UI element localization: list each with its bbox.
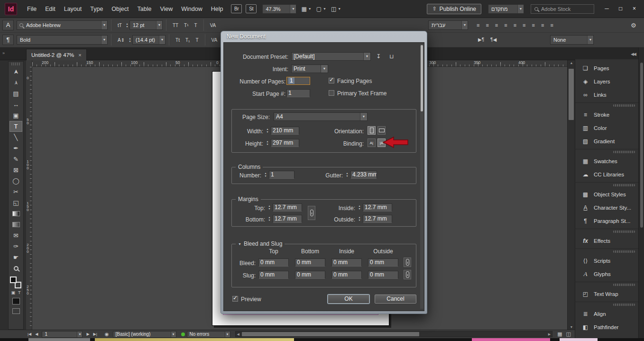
gutter-field[interactable]: 4.233 mm <box>350 171 377 179</box>
bleed-field[interactable]: 0 mm <box>368 258 398 267</box>
vertical-scrollbar[interactable]: ▲ ▼ <box>567 60 575 330</box>
leading-select[interactable]: (14.4 pt) ▼ <box>132 35 166 45</box>
align-right-icon[interactable]: ≡ <box>495 22 498 28</box>
bridge-button[interactable]: Br <box>231 4 242 13</box>
fit-spread-icon[interactable]: ◫ <box>566 331 571 337</box>
document-preset-select[interactable]: [Default] ▼ <box>291 52 371 61</box>
dialog-title[interactable]: New Document <box>221 31 427 42</box>
ellipse-tool[interactable]: ◯ <box>9 175 22 186</box>
page-tool[interactable]: ▤ <box>9 88 22 99</box>
last-page-button[interactable]: ▶| <box>93 332 97 336</box>
first-page-button[interactable]: |◀ <box>28 332 31 336</box>
font-size-stepper[interactable]: ▴ ▾ <box>125 22 129 28</box>
menu-item[interactable]: View <box>156 0 177 18</box>
binding-ltr-button[interactable]: A| <box>368 138 376 147</box>
type-tool[interactable]: T <box>9 121 22 132</box>
leading-stepper[interactable]: ▴ ▾ <box>128 37 132 43</box>
width-field[interactable]: 210 mm <box>271 127 299 135</box>
vertical-ruler[interactable]: 050100150200250 <box>26 67 32 330</box>
preview-checkbox[interactable]: ✓ <box>232 296 238 302</box>
margin-outside-stepper[interactable]: ▴ ▾ <box>357 216 362 221</box>
facing-pages-checkbox[interactable]: ✓ <box>329 78 334 83</box>
character-formatting-icon[interactable]: A <box>2 20 14 30</box>
justify-last-left-icon[interactable]: ≡ <box>504 22 507 28</box>
scroll-down-icon[interactable]: ▼ <box>568 325 575 329</box>
close-button[interactable]: × <box>627 4 641 13</box>
slug-field[interactable]: 0 mm <box>368 271 398 279</box>
formatting-affects-container-icon[interactable]: ▣ <box>11 290 15 295</box>
panel-button-align[interactable]: ≣ Align <box>575 307 638 321</box>
ok-button[interactable]: OK <box>328 295 369 304</box>
link-slug-button[interactable] <box>404 270 411 279</box>
panel-button-pathfinder[interactable]: ◧ Pathfinder <box>575 321 638 334</box>
start-page-field[interactable]: 1 <box>286 89 310 97</box>
number-of-pages-field[interactable]: 1 <box>286 77 310 85</box>
panel-button-character-styles[interactable]: A Character Sty... <box>575 201 638 214</box>
delete-preset-icon[interactable]: ⊔ <box>387 53 396 61</box>
formatting-affects-text-icon[interactable]: T <box>18 290 21 295</box>
close-tab-icon[interactable]: × <box>78 52 81 58</box>
orientation-landscape-button[interactable] <box>377 126 386 135</box>
all-caps-icon[interactable]: TT <box>173 23 178 28</box>
panel-button-object-styles[interactable]: ▩ Object Styles <box>575 188 638 201</box>
bleed-slug-legend[interactable]: ▼ Bleed and Slug <box>236 240 285 247</box>
align-left-icon[interactable]: ≡ <box>477 22 479 28</box>
justify-last-right-icon[interactable]: ≡ <box>523 22 525 28</box>
ruler-origin-box[interactable] <box>26 60 32 67</box>
dialog-scrollbar[interactable] <box>420 44 423 309</box>
margin-inside-stepper[interactable]: ▴ ▾ <box>357 204 362 210</box>
menu-item[interactable]: File <box>23 0 41 18</box>
columns-number-field[interactable]: 1 <box>269 171 294 179</box>
scroll-up-icon[interactable]: ▲ <box>568 61 575 65</box>
direct-selection-tool[interactable]: ➢ <box>10 76 21 89</box>
panel-button-scripts[interactable]: ⟨⟩ Scripts <box>575 254 638 267</box>
adobe-stock-search-input[interactable]: Adobe Stock <box>531 4 594 14</box>
font-size-select[interactable]: 12 pt ▼ <box>129 20 163 30</box>
menu-item[interactable]: Layout <box>60 0 86 18</box>
menu-item[interactable]: Edit <box>41 0 60 18</box>
collapse-panels-icon[interactable]: ◀◀ <box>631 52 635 56</box>
horizontal-scrollbar[interactable]: ◀ ▶ <box>235 331 553 337</box>
font-family-select[interactable]: Adobe Hebrew ▼ <box>17 20 108 30</box>
workspace-switcher[interactable]: מתקדם ▼ <box>488 4 524 14</box>
justify-all-icon[interactable]: ≡ <box>532 22 535 28</box>
fill-stroke-swatches[interactable] <box>9 276 22 289</box>
free-transform-tool[interactable]: ◱ <box>9 197 22 208</box>
horizontal-scrollbar-thumb[interactable] <box>242 332 419 336</box>
margin-bottom-field[interactable]: 12.7 mm <box>273 215 302 223</box>
dock-scrollbar[interactable] <box>638 47 644 338</box>
menu-item[interactable]: Help <box>207 0 228 18</box>
page-size-select[interactable]: A4 ▼ <box>274 112 368 121</box>
document-tab[interactable]: Untitled-2 @ 47% × <box>26 49 87 60</box>
eyedropper-tool[interactable]: ✑ <box>9 241 22 252</box>
stock-shortcut-button[interactable]: St <box>246 4 257 13</box>
font-style-select[interactable]: Bold ▼ <box>17 35 108 45</box>
panel-button-gradient[interactable]: ▧ Gradient <box>575 135 638 148</box>
hand-tool[interactable]: ☛ <box>9 252 22 263</box>
minimize-button[interactable]: ─ <box>600 4 614 13</box>
fit-page-icon[interactable]: ▦ <box>557 331 562 337</box>
panel-button-effects[interactable]: fx Effects <box>575 234 638 248</box>
vertical-scrollbar-thumb[interactable] <box>569 69 574 120</box>
rtl-direction-icon[interactable]: ¶◀ <box>490 37 497 42</box>
link-margins-button[interactable] <box>308 206 315 220</box>
panel-button-paragraph-styles[interactable]: ¶ Paragraph St... <box>575 214 638 228</box>
zoom-tool[interactable] <box>9 263 22 274</box>
subscript-icon[interactable]: T₁ <box>185 37 190 43</box>
next-page-button[interactable]: ▶ <box>86 332 89 336</box>
preflight-icon[interactable]: ◉ <box>105 332 109 337</box>
intent-select[interactable]: Print ▼ <box>291 65 328 73</box>
note-tool[interactable]: ✉ <box>9 230 22 241</box>
maximize-button[interactable]: □ <box>614 4 627 13</box>
pencil-tool[interactable]: ✎ <box>9 154 22 165</box>
bleed-field[interactable]: 0 mm <box>295 258 325 267</box>
height-field[interactable]: 297 mm <box>271 139 299 147</box>
gap-tool[interactable]: ↔ <box>9 99 22 110</box>
object-style-select[interactable]: None ▼ <box>550 35 594 45</box>
slug-field[interactable]: 0 mm <box>295 271 325 279</box>
panel-button-layers[interactable]: ◈ Layers <box>575 75 638 88</box>
superscript-icon[interactable]: T¹ <box>184 23 188 28</box>
panel-button-color[interactable]: ▥ Color <box>575 121 638 135</box>
preview-mode-button[interactable] <box>12 308 20 314</box>
view-options-button[interactable]: ▦ ▼ <box>301 6 311 12</box>
